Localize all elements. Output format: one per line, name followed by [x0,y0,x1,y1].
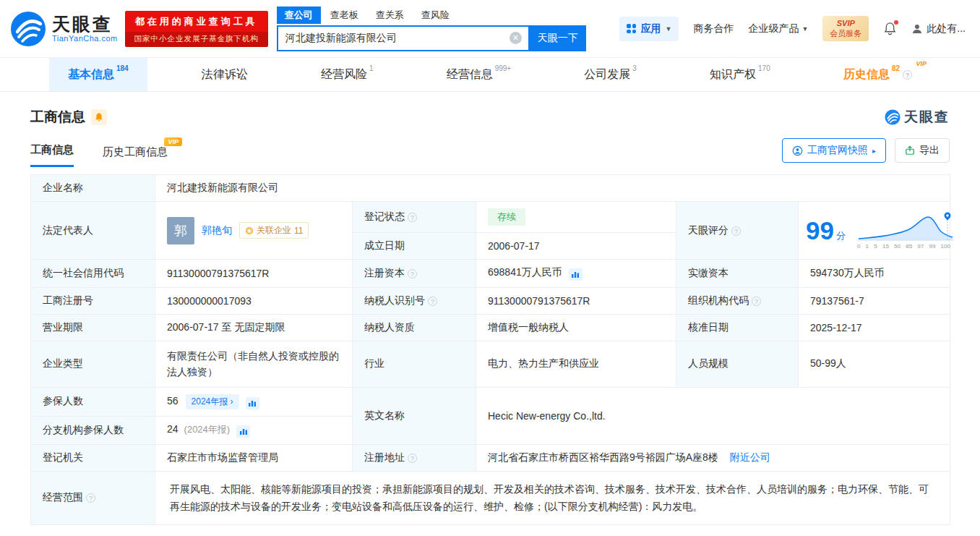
tianyancha-wave-icon [10,11,46,47]
subtab-business-info[interactable]: 工商信息 [30,143,74,167]
tab-label: 经营信息 [447,67,493,82]
slogan-line1: 都在用的商业查询工具 [125,11,268,32]
search-row: ✕ 天眼一下 [277,25,586,51]
notification-bell-icon[interactable] [883,22,897,35]
tab-count: 999+ [495,64,512,72]
reg-address-value: 河北省石家庄市桥西区裕华西路9号裕园广场A座8楼 [488,451,718,463]
apps-menu[interactable]: 应用 ▼ [619,17,679,41]
value-insured-count: 562024年报 › [155,387,353,416]
search-tab-company[interactable]: 查公司 [277,7,321,24]
label-staff-size: 人员规模 [676,341,799,388]
label-reg-status: 登记状态 [353,202,476,233]
table-row: 企业名称 河北建投新能源有限公司 [31,175,950,202]
search-tab-relation[interactable]: 查关系 [368,7,412,24]
tab-label: 经营风险 [321,67,367,82]
related-companies-badge[interactable]: 关联企业 11 [239,222,309,239]
tab-business-info[interactable]: 经营信息 999+ [428,58,530,91]
brand-watermark: 天眼查 [885,108,950,127]
snapshot-label: 工商官网快照 [807,144,868,157]
logo-title: 天眼查 [52,14,118,35]
legal-rep-name-link[interactable]: 郭艳旬 [202,224,232,237]
help-icon[interactable] [731,226,741,236]
official-snapshot-button[interactable]: 工商官网快照 ▸ [782,138,886,163]
user-menu[interactable]: 此处有... [911,22,966,35]
value-reg-capital: 698841万人民币 [476,260,676,288]
insured-trend-icon[interactable] [236,425,250,438]
clear-icon[interactable]: ✕ [510,32,522,44]
search-tab-boss[interactable]: 查老板 [322,7,366,24]
help-icon[interactable] [428,297,437,306]
tab-company-development[interactable]: 公司发展 3 [565,58,656,91]
table-row: 登记机关 石家庄市市场监督管理局 注册地址 河北省石家庄市桥西区裕华西路9号裕园… [31,444,950,471]
business-info-table: 企业名称 河北建投新能源有限公司 法定代表人 郭 郭艳旬 关联企业 11 登记状… [30,174,950,525]
logo-text: 天眼查 TianYanCha.com [52,14,118,43]
value-org-code: 79137561-7 [799,288,950,315]
chevron-down-icon: ▼ [665,25,671,33]
insured-trend-icon[interactable] [246,397,259,409]
help-icon[interactable] [408,454,417,463]
export-button[interactable]: 导出 [895,138,950,163]
user-avatar-icon [911,23,923,35]
value-reg-address: 河北省石家庄市桥西区裕华西路9号裕园广场A座8楼 附近公司 [476,444,950,471]
search-input-wrap: ✕ [277,25,530,51]
tab-legal-litigation[interactable]: 法律诉讼 [183,58,267,91]
help-icon[interactable] [903,70,912,80]
enterprise-product-label: 企业级产品 [748,22,799,35]
table-row: 经营范围 开展风电、太阳能、核能等新能源项目的投资；承担新能源项目的规划、开发及… [31,471,950,524]
tab-basic-info[interactable]: 基本信息 184 [49,58,147,91]
value-company-type: 有限责任公司（非自然人投资或控股的法人独资） [155,341,353,388]
table-row: 营业期限 2006-07-17 至 无固定期限 纳税人资质 增值税一般纳税人 核… [31,315,950,341]
label-industry: 行业 [353,341,476,388]
tab-label: 公司发展 [584,67,630,82]
tianyancha-logo[interactable]: 天眼查 TianYanCha.com [10,11,118,47]
branch-report-note: (2024年报) [184,424,231,435]
notification-dot [894,20,898,25]
tab-count: 3 [632,64,637,72]
label-branch-insured: 分支机构参保人数 [31,416,155,444]
svip-member-button[interactable]: SVIP 会员服务 [822,16,869,42]
value-taxpayer-id: 91130000791375617R [476,288,676,315]
label-score: 天眼评分 [676,202,799,260]
tab-history-info[interactable]: VIP 历史信息 82 [825,58,931,91]
subtab-label: 历史工商信息 [103,145,168,158]
help-icon[interactable] [408,213,417,222]
legal-rep-avatar[interactable]: 郭 [167,217,194,244]
export-label: 导出 [919,144,940,157]
label-reg-number: 工商注册号 [31,288,155,315]
value-company-name: 河北建投新能源有限公司 [155,175,950,202]
annual-report-badge[interactable]: 2024年报 › [186,394,239,409]
enterprise-product-link[interactable]: 企业级产品 ▼ [748,22,808,35]
help-icon[interactable] [86,493,95,503]
label-taxpayer-id: 纳税人识别号 [353,288,476,315]
search-button[interactable]: 天眼一下 [530,25,586,51]
apps-label: 应用 [640,22,661,35]
help-icon[interactable] [752,297,761,306]
search-tab-risk[interactable]: 查风险 [413,7,457,24]
value-business-scope: 开展风电、太阳能、核能等新能源项目的投资；承担新能源项目的规划、开发及相关的技术… [155,471,950,524]
value-taxpayer-quality: 增值税一般纳税人 [476,315,676,341]
reg-capital-label: 注册资本 [364,267,405,278]
nearby-companies-link[interactable]: 附近公司 [730,451,770,463]
label-insured-count: 参保人数 [31,387,155,416]
label-reg-authority: 登记机关 [31,444,155,471]
medal-icon [245,226,254,235]
help-icon[interactable] [408,269,417,278]
value-approval-date: 2025-12-17 [799,315,950,341]
tab-intellectual-property[interactable]: 知识产权 170 [691,58,789,91]
tab-count: 170 [758,64,770,72]
capital-chart-icon[interactable] [569,268,583,281]
tab-count: 1 [369,64,374,72]
label-reg-address: 注册地址 [353,444,476,471]
search-input[interactable] [278,33,510,44]
reg-capital-value: 698841万人民币 [488,266,562,278]
header-right: 应用 ▼ 商务合作 企业级产品 ▼ SVIP 会员服务 此处有... [619,16,966,42]
slogan-line2: 国家中小企业发展子基金旗下机构 [125,32,268,47]
value-industry: 电力、热力生产和供应业 [476,341,676,388]
subtab-history-business-info[interactable]: VIP 历史工商信息 [103,145,168,167]
insured-count-value: 56 [167,395,179,407]
subscribe-bell-icon[interactable] [91,109,107,125]
label-credit-code: 统一社会信用代码 [31,260,155,288]
tab-operating-risk[interactable]: 经营风险 1 [302,58,392,91]
annual-report-label: 2024年报 [192,396,228,407]
biz-coop-link[interactable]: 商务合作 [693,22,734,35]
